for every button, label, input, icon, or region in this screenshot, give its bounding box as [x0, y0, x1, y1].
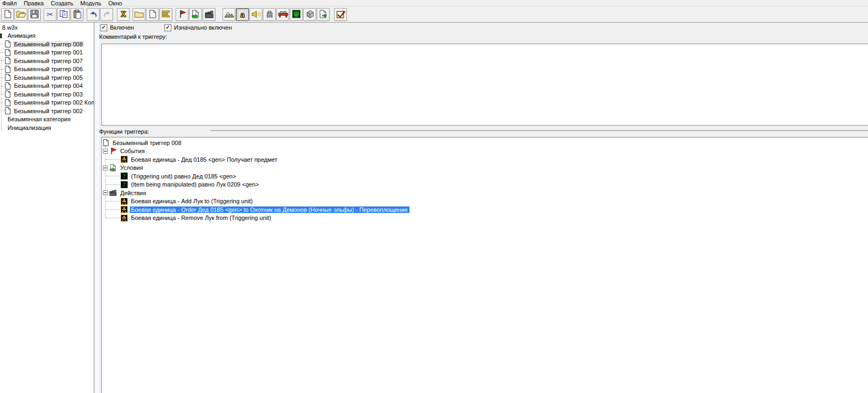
initially-on-label: Изначально включен: [174, 24, 232, 31]
copy-icon: [59, 10, 68, 19]
new-action-button[interactable]: [203, 8, 216, 21]
trigger-page-icon: [5, 82, 11, 89]
enabled-checkbox-row: Включен: [100, 24, 134, 31]
save-icon: [30, 10, 39, 19]
trigger-page-icon: [5, 57, 11, 64]
comment-lines-icon: [162, 10, 170, 19]
speaker-icon: [251, 10, 261, 19]
cube-icon: [305, 10, 315, 19]
collapse-icon[interactable]: [103, 190, 108, 195]
svg-text:?: ?: [123, 181, 126, 188]
new-map-button[interactable]: [1, 8, 14, 21]
letter-a-icon: a: [240, 10, 245, 19]
comment-textarea[interactable]: [101, 44, 868, 126]
menu-create[interactable]: Создать: [48, 0, 78, 6]
paste-button[interactable]: [71, 8, 84, 21]
delete-x-icon: X: [121, 10, 126, 19]
unit-icon: [121, 198, 128, 205]
red-check-icon: [336, 10, 345, 20]
svg-text:?: ?: [123, 173, 126, 180]
action-item[interactable]: Боевая единица - Add Лук to (Triggering …: [102, 197, 868, 206]
import-page-icon: [319, 10, 328, 19]
panel-splitter[interactable]: [95, 23, 99, 393]
trigger-page-icon: [5, 66, 11, 73]
enabled-checkbox[interactable]: [100, 24, 107, 31]
trigger-node[interactable]: Безымянный триггер 005: [0, 73, 94, 82]
trigger-node[interactable]: Безымянный триггер 001: [0, 49, 94, 57]
condition-page-icon: [109, 164, 117, 171]
trigger-page-icon: [5, 107, 11, 114]
copy-button[interactable]: [57, 8, 70, 21]
undo-button[interactable]: [87, 8, 100, 21]
map-root-node[interactable]: 8.w3x: [0, 23, 94, 32]
delete-button[interactable]: X: [117, 8, 130, 21]
action-clapper-icon: [109, 189, 117, 196]
initially-on-checkbox-row: Изначально включен: [164, 24, 232, 31]
redo-icon: [102, 10, 112, 19]
action-item-selected[interactable]: Боевая единица - Order Дед 0185 <gen> to…: [102, 205, 868, 214]
folder-icon: [134, 11, 144, 19]
workbench-icon: [278, 11, 288, 19]
trigger-list-panel: 8.w3x Анимация Безымянный триггер 008 Бе…: [0, 23, 94, 393]
sound-editor-button[interactable]: [249, 8, 262, 21]
ai-editor-button[interactable]: [290, 8, 303, 21]
function-root-node[interactable]: Безымянный триггер 008: [102, 139, 868, 147]
collapse-icon[interactable]: [103, 166, 108, 170]
trigger-detail-panel: Включен Изначально включен Комментарий к…: [99, 23, 868, 393]
object-editor-button[interactable]: [263, 8, 276, 21]
campaign-editor-button[interactable]: [276, 8, 289, 21]
menu-bar: ФайлПравкаСоздатьМодульОкно: [0, 0, 868, 6]
trigger-editor-button[interactable]: a: [236, 8, 249, 21]
actions-section-node[interactable]: Действия: [102, 189, 868, 197]
trigger-node[interactable]: Безымянный триггер 002: [0, 107, 94, 115]
unit-icon: [121, 156, 128, 163]
category-node[interactable]: Анимация: [0, 32, 94, 40]
events-section-node[interactable]: События: [102, 147, 868, 156]
trigger-node[interactable]: Безымянный триггер 004: [0, 82, 94, 91]
trigger-node[interactable]: Безымянный триггер 003: [0, 90, 94, 99]
import-manager-button[interactable]: [317, 8, 330, 21]
category-node[interactable]: Инициализация: [0, 123, 94, 132]
clapper-icon: [205, 10, 214, 19]
menu-module[interactable]: Модуль: [78, 0, 106, 6]
action-item[interactable]: Боевая единица - Remove Лук from (Trigge…: [102, 214, 868, 223]
functions-splitter-handle[interactable]: [210, 130, 868, 132]
trigger-node[interactable]: Безымянный триггер 006: [0, 65, 94, 74]
save-map-button[interactable]: [28, 8, 41, 21]
new-condition-button[interactable]: [189, 8, 202, 21]
trigger-node[interactable]: Безымянный триггер 008: [0, 40, 94, 49]
conditions-section-node[interactable]: Условия: [102, 164, 868, 173]
collapse-icon[interactable]: [103, 149, 108, 154]
menu-window[interactable]: Окно: [106, 0, 127, 6]
new-trigger-button[interactable]: [146, 8, 159, 21]
trigger-node[interactable]: Безымянный триггер 007: [0, 57, 94, 65]
redo-button[interactable]: [100, 8, 113, 21]
undo-icon: [89, 10, 98, 19]
green-face-icon: [292, 10, 301, 19]
functions-label: Функции триггера:: [99, 128, 149, 135]
functions-tree: Безымянный триггер 008 События Боевая ед…: [101, 137, 868, 393]
event-item[interactable]: Боевая единица - Дед 0185 <gen> Получает…: [102, 155, 868, 164]
trigger-node[interactable]: Безымянный триггер 002 Коп: [0, 99, 94, 107]
scissors-icon: ✂: [47, 10, 54, 19]
check-map-button[interactable]: [334, 8, 347, 21]
open-map-button[interactable]: [15, 8, 27, 21]
comment-label: Комментарий к триггеру:: [99, 33, 167, 40]
condition-item[interactable]: ? (Triggering unit) равно Дед 0185 <gen>: [102, 172, 868, 181]
terrain-editor-button[interactable]: [223, 8, 235, 21]
trigger-page-icon: [5, 74, 11, 81]
cut-button[interactable]: ✂: [44, 8, 57, 21]
new-comment-button[interactable]: [159, 8, 172, 21]
unit-icon: [121, 215, 128, 222]
category-node[interactable]: Безымянная категория: [0, 115, 94, 124]
menu-file[interactable]: Файл: [0, 0, 22, 6]
object-manager-button[interactable]: [303, 8, 316, 21]
menu-edit[interactable]: Правка: [22, 0, 48, 6]
new-document-icon: [4, 10, 11, 19]
flag-icon: [178, 10, 186, 19]
new-event-button[interactable]: [176, 8, 189, 21]
new-category-button[interactable]: [133, 8, 145, 21]
initially-on-checkbox[interactable]: [164, 24, 171, 31]
condition-item[interactable]: ? (Item being manipulated) равно Лук 020…: [102, 181, 868, 189]
creature-head-icon: [266, 10, 274, 19]
